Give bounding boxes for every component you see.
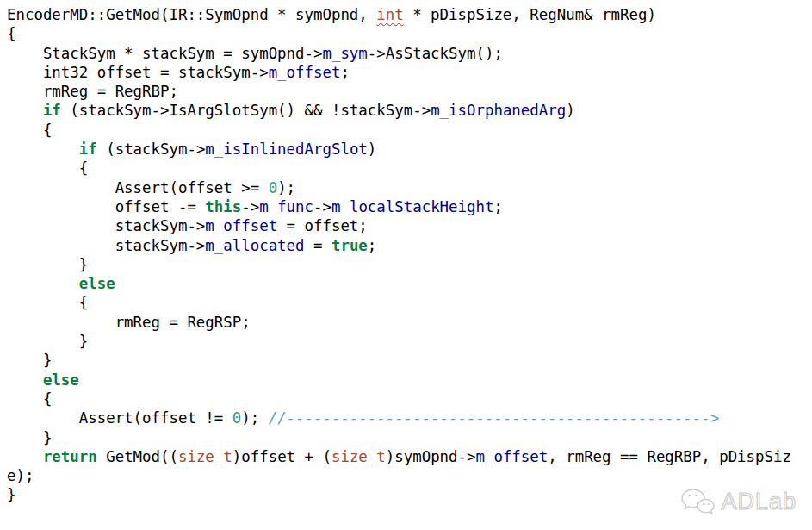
code-token-keyword: true [332, 237, 368, 254]
code-line: Assert(offset >= 0); [7, 178, 791, 197]
code-token-default: = [305, 237, 332, 254]
code-token-default: -> [241, 198, 259, 215]
code-line: int32 offset = stackSym->m_offset; [7, 63, 791, 82]
code-token-default: ; [368, 237, 376, 254]
code-token-default: Assert(offset != [7, 409, 232, 427]
code-line: rmReg = RegRSP; [7, 313, 791, 332]
code-token-default: rmReg = RegRBP; [7, 83, 178, 100]
code-token-keyword: else [79, 275, 115, 292]
code-token-default: ; [493, 198, 502, 215]
code-line: stackSym->m_allocated = true; [7, 236, 791, 255]
code-token-keyword: this [205, 198, 241, 215]
code-token-default: )symOpnd-> [386, 448, 476, 465]
code-token-default: ->AsStackSym(); [368, 45, 503, 62]
code-token-default: offset -= [7, 198, 205, 215]
code-token-default [7, 371, 43, 389]
code-line: else [7, 371, 791, 390]
code-line: return GetMod((size_t)offset + (size_t)s… [7, 447, 791, 466]
code-token-default: } [7, 429, 52, 446]
code-line: { [7, 121, 791, 140]
code-line: } [7, 351, 791, 370]
code-token-member: m_allocated [205, 237, 304, 254]
code-token-default: )offset + ( [232, 448, 332, 465]
code-token-keyword: if [43, 102, 61, 119]
code-token-default: (stackSym-> [97, 140, 206, 158]
code-line: } [7, 428, 791, 447]
code-line: if (stackSym->m_isInlinedArgSlot) [7, 140, 791, 159]
code-token-member: m_localStackHeight [332, 198, 493, 215]
code-token-default: } [7, 333, 88, 350]
code-token-keyword: if [79, 140, 97, 158]
code-token-member: m_offset [205, 217, 277, 234]
code-token-default: { [7, 294, 88, 311]
code-token-default: stackSym-> [7, 217, 205, 234]
code-token-keyword: return [43, 448, 97, 465]
code-token-default: ) [566, 102, 574, 119]
code-token-default: } [7, 256, 88, 273]
code-token-default: GetMod(( [97, 448, 178, 465]
wechat-logo-icon [680, 487, 715, 516]
code-token-member: m_sym [322, 45, 367, 62]
code-token-default: ) [368, 140, 376, 158]
code-token-member: m_isInlinedArgSlot [205, 140, 367, 158]
code-token-number: 0 [269, 179, 277, 196]
code-line: Assert(offset != 0); //-----------------… [7, 408, 791, 427]
code-token-number: 0 [232, 409, 241, 427]
code-token-default: { [7, 122, 52, 139]
code-token-default: , rmReg == RegRBP, pDispSiz [548, 448, 791, 465]
code-token-type: size_t [178, 448, 232, 465]
code-token-default: int32 offset = stackSym-> [7, 64, 269, 81]
code-line: { [7, 390, 791, 408]
code-token-default: = offset; [277, 217, 368, 234]
code-line: rmReg = RegRBP; [7, 82, 791, 101]
code-token-default: ; [340, 64, 349, 81]
code-token-default: e); [7, 467, 34, 484]
code-token-default [7, 102, 43, 119]
code-token-default: { [7, 390, 52, 408]
code-token-type: size_t [332, 448, 386, 465]
code-token-type: int [376, 6, 403, 23]
code-token-member: m_func [259, 198, 313, 215]
code-block: EncoderMD::GetMod(IR::SymOpnd * symOpnd,… [7, 5, 791, 505]
code-token-default: EncoderMD::GetMod(IR::SymOpnd * symOpnd, [7, 6, 376, 23]
code-token-default: { [7, 25, 15, 42]
code-token-member: m_offset [475, 448, 548, 465]
code-line: stackSym->m_offset = offset; [7, 216, 791, 235]
code-line: } [7, 332, 791, 351]
code-token-default [7, 448, 43, 465]
code-line: if (stackSym->IsArgSlotSym() && !stackSy… [7, 101, 791, 120]
code-line: offset -= this->m_func->m_localStackHeig… [7, 197, 791, 216]
code-line: { [7, 293, 791, 312]
code-token-default: rmReg = RegRSP; [7, 314, 251, 331]
watermark-label: ADLab [721, 489, 797, 515]
code-line: } [7, 255, 791, 274]
code-token-comment: //--------------------------------------… [269, 409, 720, 427]
code-line: StackSym * stackSym = symOpnd->m_sym->As… [7, 44, 791, 63]
code-token-default [7, 140, 79, 158]
code-token-default: * pDispSize, RegNum& rmReg) [404, 6, 656, 23]
code-line: } [7, 485, 791, 504]
code-token-default: ); [277, 179, 295, 196]
code-line: EncoderMD::GetMod(IR::SymOpnd * symOpnd,… [7, 5, 791, 24]
code-token-member: m_isOrphanedArg [431, 102, 566, 119]
code-line: { [7, 159, 791, 178]
code-token-keyword: else [43, 371, 79, 389]
code-token-default: { [7, 159, 88, 177]
code-token-default: } [7, 352, 52, 369]
watermark: ADLab [680, 487, 797, 516]
code-token-member: m_offset [269, 64, 341, 81]
code-line: { [7, 24, 791, 43]
code-token-default: ); [241, 409, 268, 427]
code-token-default: stackSym-> [7, 237, 205, 254]
code-line: else [7, 274, 791, 293]
code-token-default [7, 275, 79, 292]
code-token-default: (stackSym->IsArgSlotSym() && !stackSym-> [61, 102, 431, 119]
code-token-default: StackSym * stackSym = symOpnd-> [7, 45, 322, 62]
code-line: e); [7, 466, 791, 485]
code-token-default: } [7, 486, 15, 503]
code-token-default: Assert(offset >= [7, 179, 269, 196]
code-token-default: -> [313, 198, 332, 215]
